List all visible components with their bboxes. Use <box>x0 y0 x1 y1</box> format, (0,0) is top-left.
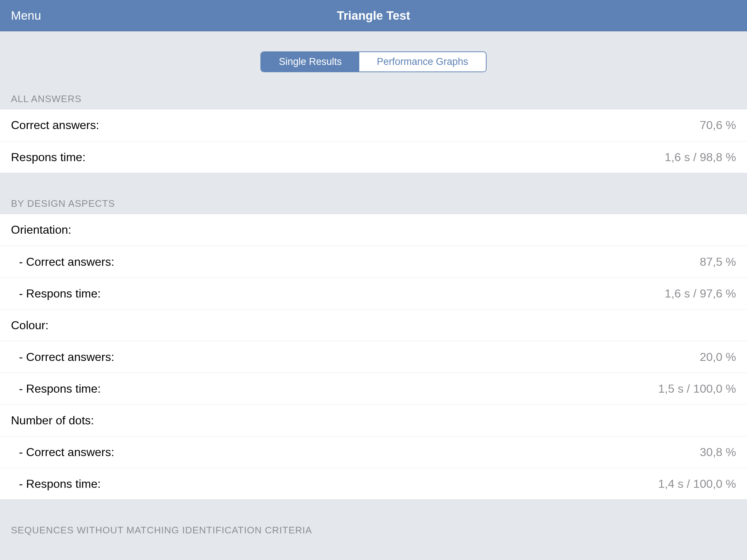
value-dots-correct: 30,8 % <box>700 446 736 459</box>
label-orientation-respons: - Respons time: <box>11 287 101 300</box>
row-dots-respons: - Respons time: 1,4 s / 100,0 % <box>0 468 747 499</box>
label-colour-correct: - Correct answers: <box>11 350 114 364</box>
list-by-design: Orientation: - Correct answers: 87,5 % -… <box>0 214 747 500</box>
row-dots-correct: - Correct answers: 30,8 % <box>0 436 747 468</box>
tab-performance-graphs[interactable]: Performance Graphs <box>359 52 486 71</box>
row-orientation-respons: - Respons time: 1,6 s / 97,6 % <box>0 277 747 309</box>
menu-button[interactable]: Menu <box>11 9 41 23</box>
label-respons-time: Respons time: <box>11 151 86 164</box>
label-orientation-correct: - Correct answers: <box>11 255 114 269</box>
section-header-by-design: BY DESIGN ASPECTS <box>0 198 747 214</box>
row-colour-respons: - Respons time: 1,5 s / 100,0 % <box>0 373 747 404</box>
tab-single-results[interactable]: Single Results <box>261 52 359 71</box>
value-colour-correct: 20,0 % <box>700 350 736 364</box>
page-title: Triangle Test <box>337 9 410 23</box>
row-orientation-correct: - Correct answers: 87,5 % <box>0 246 747 277</box>
list-all-answers: Correct answers: 70,6 % Respons time: 1,… <box>0 109 747 173</box>
row-respons-time: Respons time: 1,6 s / 98,8 % <box>0 141 747 173</box>
label-colour: Colour: <box>11 319 49 332</box>
label-correct-answers: Correct answers: <box>11 118 99 132</box>
label-colour-respons: - Respons time: <box>11 382 101 396</box>
label-dots-correct: - Correct answers: <box>11 446 114 459</box>
navbar: Menu Triangle Test <box>0 0 747 31</box>
segmented-area: Single Results Performance Graphs <box>0 31 747 93</box>
label-orientation: Orientation: <box>11 223 71 237</box>
value-orientation-respons: 1,6 s / 97,6 % <box>665 287 736 300</box>
value-respons-time: 1,6 s / 98,8 % <box>665 151 736 164</box>
section-header-all-answers: ALL ANSWERS <box>0 93 747 109</box>
section-header-sequences: SEQUENCES WITHOUT MATCHING IDENTIFICATIO… <box>0 525 747 540</box>
row-correct-answers: Correct answers: 70,6 % <box>0 109 747 141</box>
value-orientation-correct: 87,5 % <box>700 255 736 269</box>
value-colour-respons: 1,5 s / 100,0 % <box>658 382 736 396</box>
label-dots-respons: - Respons time: <box>11 477 101 491</box>
value-correct-answers: 70,6 % <box>700 118 736 132</box>
row-orientation-title: Orientation: <box>0 214 747 246</box>
row-colour-correct: - Correct answers: 20,0 % <box>0 341 747 373</box>
row-colour-title: Colour: <box>0 309 747 341</box>
segmented-control: Single Results Performance Graphs <box>260 51 486 72</box>
row-dots-title: Number of dots: <box>0 404 747 436</box>
value-dots-respons: 1,4 s / 100,0 % <box>658 477 736 491</box>
label-dots: Number of dots: <box>11 414 94 427</box>
